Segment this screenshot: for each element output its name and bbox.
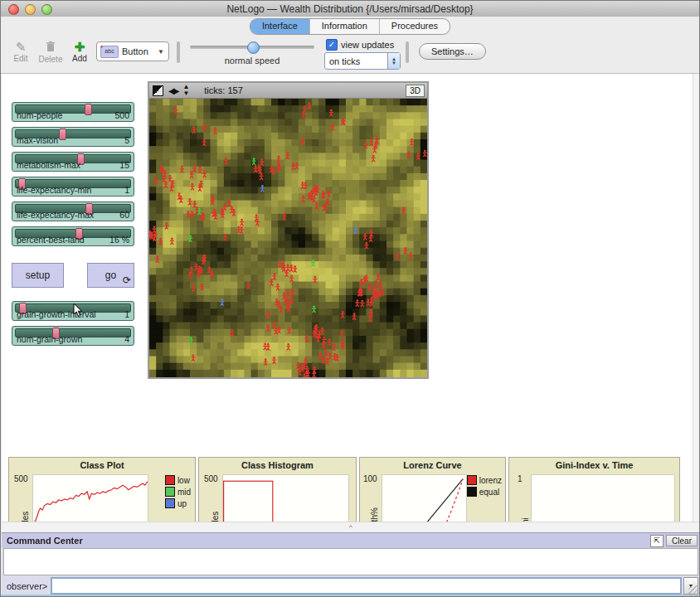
vertical-scrollbar[interactable]: ▲▼ bbox=[693, 74, 700, 522]
slider-grain-growth-interval[interactable]: grain-growth-interval1 bbox=[12, 301, 134, 321]
view-3d-button[interactable]: 3D bbox=[406, 85, 425, 97]
legend-swatch bbox=[165, 475, 175, 485]
title-bar: NetLogo — Wealth Distribution {/Users/mi… bbox=[1, 1, 699, 17]
slider-label: max-vision bbox=[17, 135, 58, 145]
plot-title: Class Plot bbox=[9, 460, 195, 470]
slider-value: 1 bbox=[124, 309, 129, 319]
slider-value: 1 bbox=[124, 185, 129, 195]
vertical-arrows-icon[interactable]: ▲▼ bbox=[182, 84, 189, 97]
legend-item-lorenz: lorenz bbox=[467, 475, 502, 485]
widget-type-dropdown[interactable]: abc Button ▼ bbox=[96, 41, 169, 61]
lorenz-legend: lorenzequal bbox=[467, 475, 502, 497]
slider-label: life-expectancy-max bbox=[17, 210, 94, 220]
window-bottom-edge bbox=[1, 595, 699, 596]
class-plot-legend: lowmidup bbox=[165, 475, 191, 508]
detach-icon[interactable]: ⇱ bbox=[650, 535, 664, 547]
slider-num-people[interactable]: num-people500 bbox=[12, 102, 134, 122]
world-canvas[interactable] bbox=[149, 99, 427, 377]
speed-slider[interactable] bbox=[190, 46, 314, 49]
command-input[interactable] bbox=[51, 577, 682, 595]
netlogo-window: NetLogo — Wealth Distribution {/Users/mi… bbox=[0, 0, 700, 597]
slider-label: metabolism-max bbox=[17, 160, 80, 170]
resize-view-icon[interactable] bbox=[153, 85, 163, 96]
view-updates-checkbox[interactable]: ✓ view updates bbox=[326, 39, 394, 51]
edit-button[interactable]: ✎ Edit bbox=[9, 41, 32, 63]
update-mode-value: on ticks bbox=[325, 56, 387, 66]
speed-caption: normal speed bbox=[190, 56, 314, 66]
resize-grip[interactable] bbox=[688, 585, 699, 596]
legend-item-low: low bbox=[165, 475, 191, 485]
trash-icon bbox=[36, 41, 66, 55]
setup-button[interactable]: setup bbox=[12, 263, 64, 288]
toolbar: ✎ Edit Delete ✚ Add abc Button ▼ normal … bbox=[1, 36, 699, 74]
tab-bar: InterfaceInformationProcedures bbox=[1, 17, 699, 36]
tab-procedures[interactable]: Procedures bbox=[380, 19, 450, 34]
go-button[interactable]: go ⟳ bbox=[87, 263, 134, 288]
legend-item-mid: mid bbox=[165, 487, 191, 497]
legend-item-equal: equal bbox=[467, 487, 502, 497]
slider-value: 4 bbox=[124, 334, 129, 344]
plot-title: Gini-Index v. Time bbox=[509, 460, 679, 470]
command-output[interactable] bbox=[3, 548, 698, 575]
world-view-header: ◀▶ ▲▼ ticks: 157 3D bbox=[149, 83, 427, 99]
stepper-arrows-icon: ▲▼ bbox=[387, 53, 400, 69]
world-view: ◀▶ ▲▼ ticks: 157 3D bbox=[148, 81, 429, 379]
update-mode-select[interactable]: on ticks ▲▼ bbox=[324, 52, 401, 70]
tab-information[interactable]: Information bbox=[310, 19, 380, 34]
checkbox-checked-icon: ✓ bbox=[326, 39, 338, 51]
plot-title: Class Histogram bbox=[199, 460, 356, 470]
slider-value: 16 % bbox=[109, 235, 129, 245]
slider-value: 15 bbox=[119, 160, 129, 170]
slider-percent-best-land[interactable]: percent-best-land16 % bbox=[12, 226, 134, 246]
tab-group: InterfaceInformationProcedures bbox=[250, 18, 450, 35]
forever-icon: ⟳ bbox=[123, 274, 131, 286]
legend-swatch bbox=[467, 487, 477, 497]
add-widget-button[interactable]: ✚ Add bbox=[69, 41, 90, 63]
delete-button[interactable]: Delete bbox=[36, 41, 66, 64]
window-title: NetLogo — Wealth Distribution {/Users/mi… bbox=[1, 3, 699, 15]
slider-label: percent-best-land bbox=[17, 235, 85, 245]
observer-prompt: observer> bbox=[2, 581, 51, 591]
legend-swatch bbox=[165, 487, 175, 497]
slider-num-grain-grown[interactable]: num-grain-grown4 bbox=[12, 326, 134, 346]
slider-life-expectancy-min[interactable]: life-expectancy-min1 bbox=[12, 177, 134, 197]
slider-life-expectancy-max[interactable]: life-expectancy-max60 bbox=[12, 201, 134, 221]
slider-label: num-people bbox=[17, 110, 62, 120]
speed-slider-thumb[interactable] bbox=[247, 41, 260, 54]
pencil-icon: ✎ bbox=[9, 41, 32, 54]
legend-swatch bbox=[467, 475, 477, 485]
slider-max-vision[interactable]: max-vision5 bbox=[12, 127, 134, 147]
tab-interface[interactable]: Interface bbox=[250, 19, 310, 34]
slider-value: 5 bbox=[124, 135, 129, 145]
view-updates-label: view updates bbox=[341, 40, 394, 50]
command-center-title: Command Center bbox=[2, 536, 650, 546]
settings-button[interactable]: Settings… bbox=[419, 43, 486, 60]
chevron-down-icon: ▼ bbox=[158, 48, 164, 56]
legend-swatch bbox=[165, 498, 175, 508]
slider-value: 500 bbox=[114, 110, 129, 120]
horizontal-arrows-icon[interactable]: ◀▶ bbox=[168, 86, 177, 95]
interface-canvas: num-people500max-vision5metabolism-max15… bbox=[2, 74, 700, 522]
legend-item-up: up bbox=[165, 498, 191, 508]
plot-title: Lorenz Curve bbox=[360, 460, 505, 470]
ticks-counter: ticks: 157 bbox=[204, 85, 242, 95]
command-center: Command Center ⇱ Clear observer> ▼ bbox=[2, 532, 700, 597]
slider-metabolism-max[interactable]: metabolism-max15 bbox=[12, 152, 134, 172]
slider-value: 60 bbox=[119, 210, 129, 220]
command-input-row: observer> ▼ bbox=[2, 576, 700, 595]
toolbar-separator bbox=[177, 41, 180, 63]
widget-type-value: Button bbox=[122, 46, 148, 56]
plus-icon: ✚ bbox=[69, 41, 90, 54]
clear-button[interactable]: Clear bbox=[666, 535, 698, 546]
slider-label: grain-growth-interval bbox=[17, 309, 96, 319]
slider-label: life-expectancy-min bbox=[17, 185, 91, 195]
slider-label: num-grain-grown bbox=[17, 334, 82, 344]
command-center-splitter[interactable]: ^ bbox=[2, 522, 700, 533]
command-center-header: Command Center ⇱ Clear bbox=[2, 532, 700, 548]
button-widget-icon: abc bbox=[100, 46, 119, 58]
toolbar-separator bbox=[406, 41, 409, 63]
